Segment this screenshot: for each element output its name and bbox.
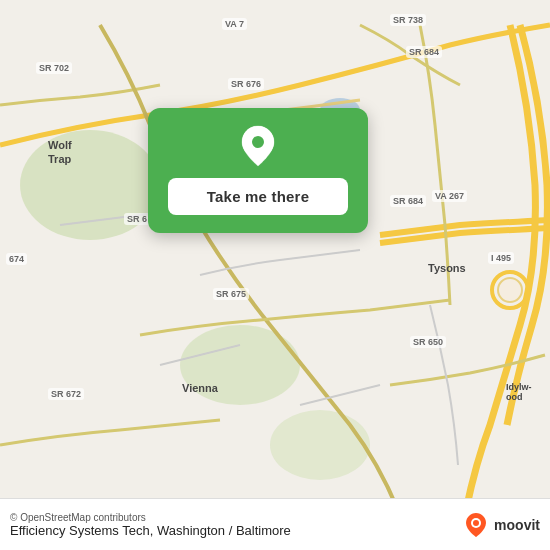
moovit-brand-text: moovit xyxy=(494,517,540,533)
svg-point-7 xyxy=(251,135,265,149)
location-pin-icon xyxy=(236,124,280,168)
bottom-bar: © OpenStreetMap contributors Efficiency … xyxy=(0,498,550,550)
road-label-sr675: SR 675 xyxy=(213,288,249,300)
map-attribution: © OpenStreetMap contributors xyxy=(10,512,456,523)
svg-point-5 xyxy=(498,278,522,302)
road-label-sr650: SR 650 xyxy=(410,336,446,348)
place-tysons: Tysons xyxy=(428,262,466,274)
popup-card: Take me there xyxy=(148,108,368,233)
road-label-sr684b: SR 684 xyxy=(390,195,426,207)
road-label-sr6: SR 6 xyxy=(124,213,150,225)
road-label-i495: I 495 xyxy=(488,252,514,264)
place-wolf-trap: WolfTrap xyxy=(48,138,72,167)
road-label-sr672: SR 672 xyxy=(48,388,84,400)
map-container: SR 702 VA 7 SR 738 SR 684 SR 684 SR 676 … xyxy=(0,0,550,550)
road-label-va267: VA 267 xyxy=(432,190,467,202)
location-title: Efficiency Systems Tech, Washington / Ba… xyxy=(10,523,462,538)
road-label-va7: VA 7 xyxy=(222,18,247,30)
take-me-there-button[interactable]: Take me there xyxy=(168,178,348,215)
place-vienna: Vienna xyxy=(182,382,218,394)
road-label-sr676: SR 676 xyxy=(228,78,264,90)
moovit-pin-icon xyxy=(462,511,490,539)
svg-point-9 xyxy=(473,520,479,526)
road-label-sr738: SR 738 xyxy=(390,14,426,26)
road-label-674: 674 xyxy=(6,253,27,265)
svg-point-2 xyxy=(270,410,370,480)
place-idylwood: Idylw-ood xyxy=(506,382,532,402)
road-label-sr702: SR 702 xyxy=(36,62,72,74)
moovit-logo: moovit xyxy=(462,511,540,539)
road-label-sr684a: SR 684 xyxy=(406,46,442,58)
map-roads xyxy=(0,0,550,550)
